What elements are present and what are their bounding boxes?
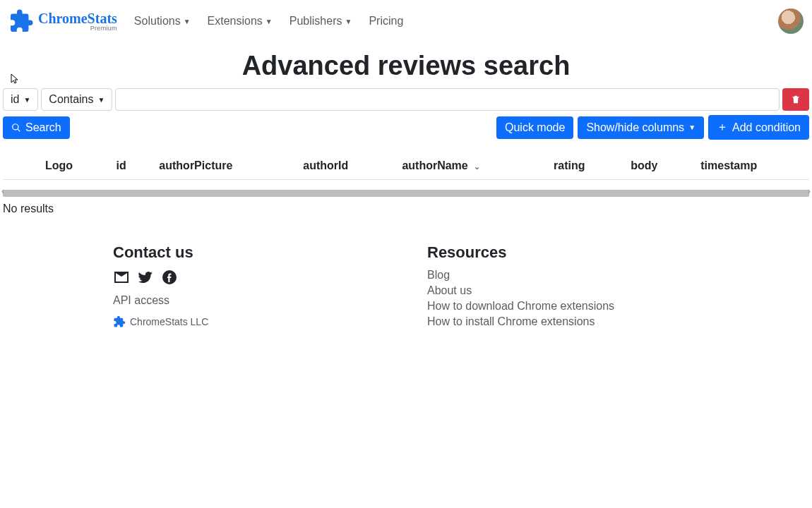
- delete-condition-button[interactable]: [782, 88, 809, 111]
- puzzle-icon: [113, 315, 126, 328]
- twitter-icon: [137, 269, 154, 286]
- horizontal-scrollbar[interactable]: [3, 190, 809, 197]
- chevron-down-icon: ▼: [345, 18, 352, 25]
- brand-sub: Premium: [38, 25, 117, 32]
- nav-pricing[interactable]: Pricing: [369, 15, 403, 28]
- brand-name: ChromeStats: [38, 11, 117, 25]
- search-label: Search: [25, 121, 61, 134]
- facebook-icon: [161, 269, 178, 286]
- resource-blog[interactable]: Blog: [427, 269, 699, 282]
- nav-label: Solutions: [134, 15, 181, 28]
- footer: Contact us API access ChromeStats LLC Re…: [0, 215, 812, 331]
- operator-value: Contains: [49, 93, 93, 106]
- nav-solutions[interactable]: Solutions ▼: [134, 15, 191, 28]
- brand-link[interactable]: ChromeStats Premium: [8, 8, 117, 34]
- quick-mode-label: Quick mode: [505, 121, 565, 134]
- plus-icon: ＋: [717, 120, 728, 135]
- condition-row: id ▼ Contains ▼: [0, 88, 812, 111]
- nav-extensions[interactable]: Extensions ▼: [208, 15, 273, 28]
- nav-label: Pricing: [369, 15, 403, 28]
- twitter-link[interactable]: [137, 269, 154, 289]
- search-button[interactable]: Search: [3, 116, 70, 139]
- resource-install[interactable]: How to install Chrome extensions: [427, 315, 699, 328]
- contact-heading: Contact us: [113, 243, 385, 262]
- resource-download[interactable]: How to download Chrome extensions: [427, 300, 699, 313]
- action-row: Search Quick mode Show/hide columns ▼ ＋ …: [0, 111, 812, 144]
- facebook-link[interactable]: [161, 269, 178, 289]
- col-label: authorName: [402, 159, 467, 171]
- social-row: [113, 269, 385, 289]
- col-logo[interactable]: Logo: [37, 152, 107, 180]
- chevron-down-icon: ▼: [265, 18, 273, 25]
- add-condition-button[interactable]: ＋ Add condition: [708, 115, 809, 140]
- field-dropdown[interactable]: id ▼: [3, 88, 38, 111]
- results-table: Logo id authorPicture authorId authorNam…: [3, 152, 809, 180]
- resources-heading: Resources: [427, 243, 699, 262]
- nav-publishers[interactable]: Publishers ▼: [289, 15, 352, 28]
- no-results-text: No results: [3, 201, 809, 215]
- puzzle-icon: [8, 8, 34, 34]
- footer-contact: Contact us API access ChromeStats LLC: [113, 243, 385, 331]
- llc-row: ChromeStats LLC: [113, 315, 385, 328]
- chevron-down-icon: ▼: [184, 18, 191, 25]
- results-table-wrap: Logo id authorPicture authorId authorNam…: [0, 152, 812, 215]
- col-authorname[interactable]: authorName ⌄: [393, 152, 545, 180]
- avatar[interactable]: [778, 8, 804, 34]
- footer-resources: Resources Blog About us How to download …: [427, 243, 699, 331]
- show-hide-label: Show/hide columns: [586, 121, 684, 134]
- nav-items: Solutions ▼ Extensions ▼ Publishers ▼ Pr…: [134, 15, 403, 28]
- search-icon: [11, 123, 21, 133]
- resource-about[interactable]: About us: [427, 284, 699, 297]
- page-title: Advanced reviews search: [0, 51, 812, 81]
- field-value: id: [11, 93, 19, 106]
- chevron-down-icon: ▼: [98, 96, 105, 104]
- navbar: ChromeStats Premium Solutions ▼ Extensio…: [0, 0, 812, 42]
- col-id[interactable]: id: [107, 152, 150, 180]
- col-blank[interactable]: [3, 152, 37, 180]
- add-condition-label: Add condition: [732, 121, 801, 134]
- operator-dropdown[interactable]: Contains ▼: [41, 88, 112, 111]
- trash-icon: [791, 95, 801, 104]
- llc-text: ChromeStats LLC: [130, 316, 208, 327]
- api-access-link[interactable]: API access: [113, 294, 385, 307]
- email-icon: [113, 269, 130, 286]
- quick-mode-button[interactable]: Quick mode: [496, 116, 573, 139]
- nav-label: Extensions: [208, 15, 263, 28]
- sort-icon: ⌄: [474, 162, 480, 171]
- nav-label: Publishers: [289, 15, 342, 28]
- col-rating[interactable]: rating: [545, 152, 622, 180]
- chevron-down-icon: ▼: [23, 96, 30, 104]
- email-link[interactable]: [113, 269, 130, 289]
- col-authorid[interactable]: authorId: [294, 152, 393, 180]
- show-hide-columns-button[interactable]: Show/hide columns ▼: [578, 116, 704, 139]
- condition-value-input[interactable]: [115, 88, 780, 111]
- col-authorpicture[interactable]: authorPicture: [150, 152, 294, 180]
- chevron-down-icon: ▼: [688, 123, 695, 131]
- brand-text: ChromeStats Premium: [38, 11, 117, 32]
- col-timestamp[interactable]: timestamp: [692, 152, 809, 180]
- col-body[interactable]: body: [622, 152, 692, 180]
